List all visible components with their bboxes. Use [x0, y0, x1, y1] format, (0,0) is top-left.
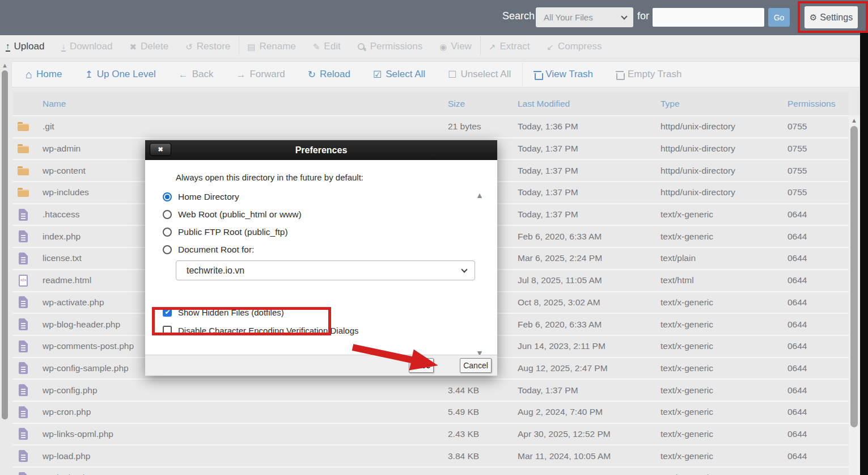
file-modified: Oct 29, 2025, 10:37 AM — [512, 473, 654, 475]
left-scroll-up-icon[interactable]: ▲ — [2, 62, 8, 69]
toolbar-button[interactable]: Permissions — [358, 41, 423, 52]
toolbar-button-label: Edit — [324, 41, 340, 52]
dialog-header[interactable]: Preferences ✖ — [145, 140, 497, 160]
file-size: 21 bytes — [435, 121, 512, 132]
radio-option[interactable]: Document Root for: — [163, 241, 497, 258]
column-header-permissions[interactable]: Permissions — [781, 99, 849, 109]
nav-button[interactable]: ↥ Up One Level — [84, 69, 155, 80]
toolbar-button[interactable]: ✎ Edit — [313, 41, 341, 52]
file-modified: Oct 8, 2025, 3:02 AM — [512, 297, 654, 308]
home-icon: ⌂ — [26, 69, 32, 80]
column-header-name[interactable]: Name — [37, 99, 435, 109]
cancel-button[interactable]: Cancel — [460, 358, 492, 373]
toolbar-button-label: Compress — [558, 41, 602, 52]
nav-button-label: Reload — [320, 69, 350, 80]
nav-button[interactable]: ☑ Select All — [373, 69, 425, 80]
file-size: 5.49 KB — [435, 407, 512, 417]
chevron-down-icon — [461, 266, 467, 272]
file-permissions: 0644 — [781, 429, 849, 439]
file-name[interactable]: wp-load.php — [37, 451, 435, 461]
nav-button[interactable]: Empty Trash — [616, 69, 681, 80]
file-name[interactable]: wp-cron.php — [37, 407, 435, 417]
toolbar-button[interactable]: ▤ Rename — [247, 41, 295, 52]
file-modified: Today, 1:37 PM — [512, 187, 654, 197]
file-permissions: 0644 — [781, 232, 849, 242]
toolbar-button-label: Extract — [499, 41, 530, 52]
nav-button[interactable]: ← Back — [179, 69, 214, 80]
toolbar-button[interactable]: ↑ Upload — [6, 41, 44, 52]
table-row[interactable]: wp-load.php 3.84 KB Mar 11, 2024, 10:05 … — [12, 444, 849, 466]
nav-button-label: Select All — [386, 69, 425, 80]
file-permissions: 0644 — [781, 275, 849, 285]
file-type: httpd/unix-directory — [654, 121, 781, 132]
file-size: 3.84 KB — [435, 451, 512, 461]
right-scroll-up-icon[interactable]: ▲ — [851, 117, 857, 124]
file-size: 3.44 KB — [435, 385, 512, 396]
toolbar-button[interactable]: ↙ Compress — [547, 41, 602, 52]
restore-icon: ↺ — [185, 43, 193, 51]
file-permissions: 0644 — [781, 320, 849, 330]
file-modified: Apr 30, 2025, 12:52 PM — [512, 429, 654, 439]
toolbar-button[interactable]: ↗ Extract — [489, 41, 530, 52]
document-root-select[interactable]: techwrite.io.vn — [176, 260, 475, 280]
file-icon — [19, 406, 28, 418]
toolbar-button-label: Restore — [197, 41, 231, 52]
file-icon — [19, 209, 28, 221]
nav-button-label: Up One Level — [97, 69, 156, 80]
file-name[interactable]: wp-login.php — [37, 473, 435, 475]
empty-trash-icon — [616, 70, 624, 79]
action-toolbar: ↑ Upload ↓ Download ✖ Delete ↺ Restore — [0, 35, 860, 58]
radio-option[interactable]: Home Directory — [163, 188, 497, 205]
file-modified: Today, 1:37 PM — [512, 166, 654, 176]
top-bar: Search All Your Files for Go ⚙Settings — [0, 0, 868, 35]
file-icon — [19, 472, 28, 475]
select-all-icon: ☑ — [373, 70, 382, 79]
radio-option[interactable]: Web Root (public_html or www) — [163, 205, 497, 223]
column-header-size[interactable]: Size — [435, 99, 512, 109]
annotation-highlight-settings — [798, 1, 868, 33]
nav-button[interactable]: → Forward — [236, 69, 285, 80]
toolbar-button-label: Permissions — [370, 41, 423, 52]
toolbar-button-label: View — [451, 41, 472, 52]
up-one-level-icon: ↥ — [84, 70, 92, 79]
table-row[interactable]: wp-config.php 3.44 KB Today, 1:37 PM tex… — [12, 379, 849, 401]
toolbar-button[interactable]: ◉ View — [439, 41, 472, 52]
nav-button[interactable]: View Trash — [533, 69, 593, 80]
dialog-scroll-up-icon[interactable]: ▲ — [476, 191, 484, 200]
toolbar-button[interactable]: ↺ Restore — [185, 41, 230, 52]
file-modified: Today, 1:37 PM — [512, 209, 654, 220]
column-header-last-modified[interactable]: Last Modified — [512, 99, 654, 109]
save-button[interactable]: Save — [409, 358, 434, 373]
table-row[interactable]: .git 21 bytes Today, 1:36 PM httpd/unix-… — [12, 115, 849, 137]
go-button[interactable]: Go — [768, 8, 790, 27]
dialog-footer: Save Cancel — [145, 355, 497, 376]
left-scrollbar[interactable] — [2, 70, 8, 419]
close-icon[interactable]: ✖ — [150, 143, 171, 156]
file-permissions: 0644 — [781, 385, 849, 396]
radio-option[interactable]: Public FTP Root (public_ftp) — [163, 223, 497, 241]
nav-button[interactable]: ☐ Unselect All — [448, 69, 511, 80]
search-input[interactable] — [653, 8, 764, 27]
file-modified: Feb 6, 2020, 6:33 AM — [512, 320, 654, 330]
nav-button[interactable]: ↻ Reload — [308, 69, 350, 80]
table-row[interactable]: wp-links-opml.php 2.43 KB Apr 30, 2025, … — [12, 423, 849, 445]
file-modified: Jul 8, 2025, 11:05 AM — [512, 275, 654, 285]
table-row[interactable]: wp-cron.php 5.49 KB Aug 2, 2024, 7:40 PM… — [12, 401, 849, 423]
view-trash-icon — [533, 70, 541, 79]
table-row[interactable]: wp-login.php 50.23 KB Oct 29, 2025, 10:3… — [12, 466, 849, 475]
toolbar-button[interactable]: ↓ Download — [61, 41, 112, 52]
file-name[interactable]: wp-config.php — [37, 385, 435, 396]
search-scope-select[interactable]: All Your Files — [536, 7, 633, 27]
toolbar-button-label: Download — [70, 41, 113, 52]
radio-icon — [163, 210, 172, 219]
right-scrollbar[interactable] — [850, 126, 858, 427]
toolbar-button[interactable]: ✖ Delete — [129, 41, 168, 52]
column-header-type[interactable]: Type — [654, 99, 781, 109]
reload-icon: ↻ — [308, 70, 316, 79]
nav-button[interactable]: ⌂ Home — [26, 69, 62, 80]
file-name[interactable]: .git — [37, 121, 435, 132]
file-icon — [19, 230, 28, 242]
file-name[interactable]: wp-links-opml.php — [37, 429, 435, 439]
delete-icon: ✖ — [129, 43, 137, 51]
file-type: text/html — [654, 275, 781, 285]
